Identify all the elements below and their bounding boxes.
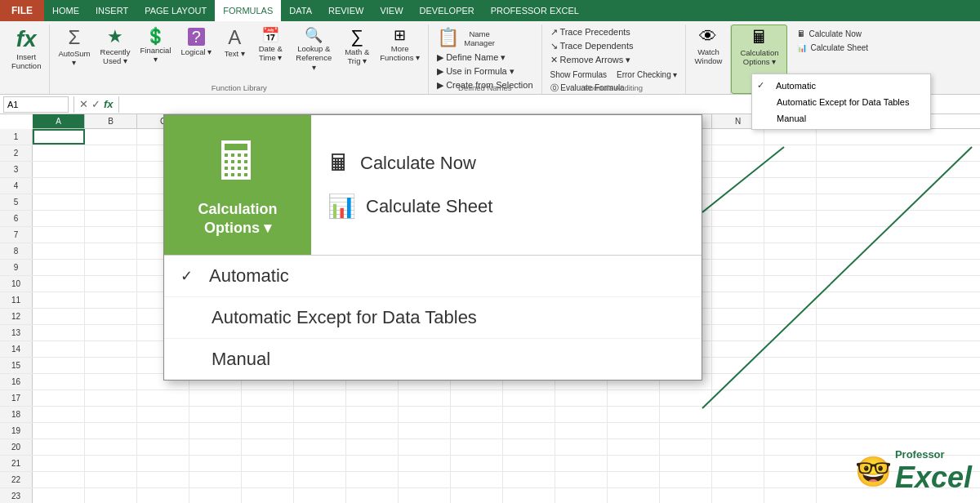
cell[interactable] [555, 472, 608, 487]
menu-formulas[interactable]: FORMULAS [215, 0, 281, 21]
cell[interactable] [503, 456, 555, 471]
cell[interactable] [712, 129, 764, 145]
cell[interactable] [555, 407, 608, 422]
cell[interactable] [660, 407, 712, 422]
trace-precedents-button[interactable]: ↗ Trace Precedents [547, 26, 634, 38]
cell[interactable] [764, 194, 817, 210]
menu-review[interactable]: REVIEW [320, 0, 372, 21]
show-formulas-button[interactable]: Show Formulas [547, 69, 610, 80]
cell[interactable] [242, 456, 294, 471]
cell[interactable] [85, 194, 137, 210]
cell[interactable] [294, 407, 346, 422]
remove-arrows-button[interactable]: ✕ Remove Arrows ▾ [547, 54, 635, 66]
cell[interactable] [764, 439, 817, 455]
cell[interactable] [451, 488, 503, 503]
cell[interactable] [33, 194, 85, 210]
cell[interactable] [242, 390, 294, 406]
cell[interactable] [712, 325, 764, 341]
insert-function-button[interactable]: fx InsertFunction [8, 26, 44, 73]
cell[interactable] [764, 276, 817, 292]
cell[interactable] [712, 358, 764, 373]
cancel-formula-icon[interactable]: ✕ [79, 98, 88, 110]
cell[interactable] [85, 374, 137, 389]
cell[interactable] [85, 456, 137, 471]
cell[interactable] [764, 145, 817, 161]
cell[interactable] [85, 309, 137, 324]
cell[interactable] [242, 488, 294, 503]
cell[interactable] [33, 423, 85, 438]
error-checking-button[interactable]: Error Checking ▾ [613, 69, 680, 80]
cell[interactable] [137, 439, 189, 455]
cell[interactable] [503, 390, 555, 406]
cell[interactable] [294, 423, 346, 438]
cell[interactable] [608, 456, 660, 471]
cell[interactable] [33, 292, 85, 308]
cell[interactable] [346, 472, 399, 487]
calculate-sheet-button[interactable]: 📊 Calculate Sheet [794, 42, 887, 54]
cell[interactable] [764, 341, 817, 357]
cell[interactable] [555, 423, 608, 438]
cell[interactable] [33, 129, 85, 145]
cell[interactable] [764, 227, 817, 243]
cell[interactable] [503, 407, 555, 422]
cell[interactable] [712, 194, 764, 210]
cell[interactable] [712, 292, 764, 308]
cell[interactable] [85, 292, 137, 308]
cell[interactable] [764, 488, 817, 503]
cell[interactable] [451, 472, 503, 487]
cell[interactable] [660, 456, 712, 471]
more-functions-button[interactable]: ⊞ MoreFunctions ▾ [376, 26, 423, 65]
dropdown-item-automatic-except[interactable]: Automatic Except for Data Tables [752, 94, 930, 110]
cell[interactable] [712, 423, 764, 438]
cell[interactable] [451, 456, 503, 471]
file-tab[interactable]: FILE [0, 0, 44, 21]
confirm-formula-icon[interactable]: ✓ [91, 98, 100, 110]
cell[interactable] [608, 439, 660, 455]
cell[interactable] [33, 309, 85, 324]
use-in-formula-button[interactable]: ▶ Use in Formula ▾ [434, 65, 536, 78]
cell[interactable] [399, 456, 451, 471]
cell[interactable] [85, 325, 137, 341]
col-header-A[interactable]: A [33, 114, 85, 128]
cell[interactable] [399, 439, 451, 455]
insert-function-bar-icon[interactable]: fx [104, 98, 114, 110]
cell[interactable] [33, 260, 85, 275]
cell[interactable] [33, 472, 85, 487]
menu-view[interactable]: VIEW [372, 0, 411, 21]
cell[interactable] [85, 472, 137, 487]
cell[interactable] [712, 488, 764, 503]
cell[interactable] [451, 439, 503, 455]
dropdown-item-manual[interactable]: Manual [752, 110, 930, 127]
cell[interactable] [764, 162, 817, 177]
cell[interactable] [346, 390, 399, 406]
cell[interactable] [189, 456, 242, 471]
cell[interactable] [503, 423, 555, 438]
popup-item-automatic[interactable]: Automatic [164, 256, 702, 297]
cell[interactable] [503, 472, 555, 487]
define-name-button[interactable]: ▶ Define Name ▾ [434, 51, 536, 64]
menu-page-layout[interactable]: PAGE LAYOUT [136, 0, 215, 21]
cell[interactable] [346, 456, 399, 471]
cell[interactable] [33, 439, 85, 455]
cell[interactable] [85, 390, 137, 406]
menu-professor-excel[interactable]: PROFESSOR EXCEL [483, 0, 587, 21]
cell[interactable] [189, 439, 242, 455]
text-button[interactable]: A Text ▾ [218, 26, 251, 60]
dropdown-item-automatic[interactable]: Automatic [752, 77, 930, 94]
cell[interactable] [85, 145, 137, 161]
cell[interactable] [712, 276, 764, 292]
cell[interactable] [764, 309, 817, 324]
cell[interactable] [399, 472, 451, 487]
cell[interactable] [712, 439, 764, 455]
calculate-now-button[interactable]: 🖩 Calculate Now [794, 28, 887, 40]
cell[interactable] [555, 390, 608, 406]
cell[interactable] [85, 358, 137, 373]
cell[interactable] [712, 407, 764, 422]
cell[interactable] [33, 211, 85, 226]
popup-calculate-sheet-row[interactable]: 📊 Calculate Sheet [327, 193, 685, 220]
cell[interactable] [33, 325, 85, 341]
cell[interactable] [189, 488, 242, 503]
cell[interactable] [242, 439, 294, 455]
cell[interactable] [33, 341, 85, 357]
cell[interactable] [85, 227, 137, 243]
